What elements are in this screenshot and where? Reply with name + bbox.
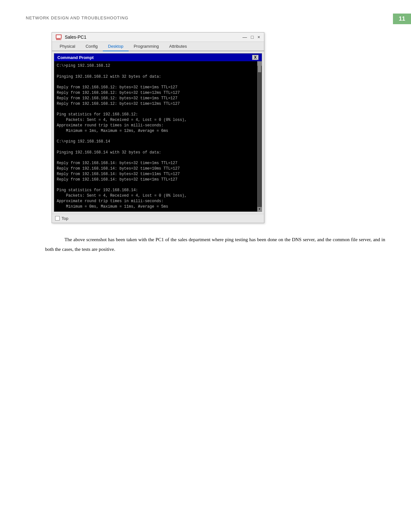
cmd-content: C:\>ping 192.168.168.12 Pinging 192.168.… <box>57 63 254 210</box>
page-number: 11 <box>393 14 411 24</box>
cmd-line <box>57 144 254 150</box>
tab-config[interactable]: Config <box>80 42 103 51</box>
cmd-line: Packets: Sent = 4, Received = 4, Lost = … <box>57 193 254 199</box>
cmd-line: Reply from 192.168.168.14: bytes=32 time… <box>57 166 254 172</box>
scrollbar-thumb[interactable] <box>258 63 261 72</box>
cmd-line: Reply from 192.168.168.12: bytes=32 time… <box>57 101 254 107</box>
sim-window-title: Sales-PC1 <box>65 34 86 40</box>
cmd-title-text: Command Prompt <box>57 55 94 60</box>
close-button[interactable]: × <box>258 35 260 39</box>
cmd-line <box>57 155 254 161</box>
body-text-paragraph: The above screenshot has been taken with… <box>26 235 385 254</box>
simulator-window: Sales-PC1 — □ × Physical Config Desktop … <box>52 32 264 223</box>
cmd-line: Reply from 192.168.168.14: bytes=32 time… <box>57 172 254 177</box>
cmd-line: Approximate round trip times in milli-se… <box>57 199 254 204</box>
cmd-line <box>57 106 254 112</box>
page-header: NETWORK DESIGN AND TROUBLESHOOTING <box>26 15 128 20</box>
cmd-line: C:\>ping 192.168.168.12 <box>57 63 254 69</box>
cmd-line <box>57 133 254 139</box>
cmd-line: Pinging 192.168.168.14 with 32 bytes of … <box>57 150 254 155</box>
cmd-line <box>57 69 254 74</box>
pc-icon <box>56 34 62 40</box>
cmd-line: Packets: Sent = 4, Received = 4, Lost = … <box>57 117 254 123</box>
cmd-line: Ping statistics for 192.168.168.14: <box>57 188 254 193</box>
cmd-line: C:\>ping 192.168.168.14 <box>57 139 254 144</box>
svg-rect-2 <box>59 38 59 39</box>
cmd-line: Pinging 192.168.168.12 with 32 bytes of … <box>57 74 254 80</box>
cmd-container: Command Prompt X C:\>ping 192.168.168.12… <box>52 51 264 214</box>
maximize-button[interactable]: □ <box>251 35 253 39</box>
top-label: Top <box>62 216 68 221</box>
cmd-line: Reply from 192.168.168.14: bytes=32 time… <box>57 161 254 166</box>
cmd-line: Reply from 192.168.168.12: bytes=32 time… <box>57 90 254 96</box>
tab-physical[interactable]: Physical <box>54 42 80 51</box>
cmd-close-button[interactable]: X <box>252 55 259 60</box>
cmd-line <box>57 182 254 188</box>
cmd-window: Command Prompt X C:\>ping 192.168.168.12… <box>54 53 262 212</box>
svg-rect-1 <box>57 38 57 39</box>
cmd-line: Approximate round trip times in milli-se… <box>57 123 254 128</box>
scrollbar-arrow-down[interactable]: ▼ <box>257 207 262 212</box>
svg-rect-0 <box>56 35 61 38</box>
cmd-scrollbar[interactable]: ▲ ▼ <box>257 61 262 212</box>
cmd-line: Minimum = 1ms, Maximum = 12ms, Average =… <box>57 128 254 134</box>
cmd-title-bar: Command Prompt X <box>54 54 262 61</box>
cmd-body[interactable]: C:\>ping 192.168.168.12 Pinging 192.168.… <box>54 61 262 212</box>
cmd-line: Reply from 192.168.168.12: bytes=32 time… <box>57 85 254 90</box>
cmd-line: Ping statistics for 192.168.168.12: <box>57 112 254 117</box>
minimize-button[interactable]: — <box>242 35 247 39</box>
tab-attributes[interactable]: Attributes <box>164 42 192 51</box>
cmd-line <box>57 79 254 85</box>
tab-programming[interactable]: Programming <box>129 42 164 51</box>
cmd-line: Reply from 192.168.168.14: bytes=32 time… <box>57 177 254 182</box>
sim-title-bar: Sales-PC1 — □ × <box>52 33 264 42</box>
tab-desktop[interactable]: Desktop <box>103 42 129 51</box>
cmd-line: Reply from 192.168.168.12: bytes=32 time… <box>57 96 254 101</box>
body-paragraph: The above screenshot has been taken with… <box>45 235 385 254</box>
window-controls[interactable]: — □ × <box>242 35 260 39</box>
tabs-bar: Physical Config Desktop Programming Attr… <box>52 42 264 51</box>
sim-bottom-bar: Top <box>52 214 264 223</box>
top-checkbox[interactable] <box>55 216 60 221</box>
cmd-line: Minimum = 0ms, Maximum = 11ms, Average =… <box>57 204 254 210</box>
svg-rect-3 <box>56 39 61 40</box>
